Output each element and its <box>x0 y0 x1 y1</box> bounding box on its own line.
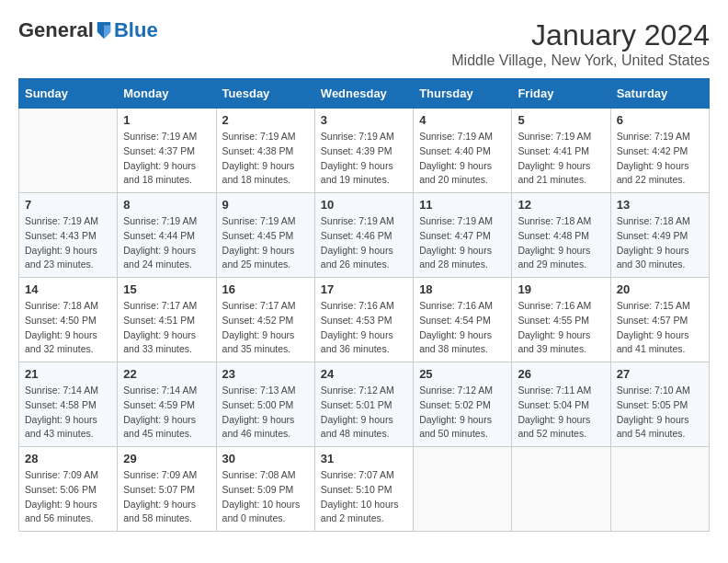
day-info: Sunrise: 7:14 AM Sunset: 4:59 PM Dayligh… <box>123 384 210 442</box>
day-number: 17 <box>321 282 407 296</box>
calendar-title: January 2024 <box>451 18 710 52</box>
day-info: Sunrise: 7:15 AM Sunset: 4:57 PM Dayligh… <box>617 299 703 357</box>
day-number: 19 <box>518 282 604 296</box>
calendar-table: SundayMondayTuesdayWednesdayThursdayFrid… <box>18 78 710 532</box>
day-number: 6 <box>617 113 703 127</box>
calendar-subtitle: Middle Village, New York, United States <box>451 52 710 69</box>
day-number: 8 <box>123 198 210 212</box>
day-number: 27 <box>617 367 703 381</box>
calendar-day-cell <box>19 109 118 193</box>
calendar-day-cell: 23Sunrise: 7:13 AM Sunset: 5:00 PM Dayli… <box>216 362 314 447</box>
day-info: Sunrise: 7:17 AM Sunset: 4:51 PM Dayligh… <box>123 299 210 357</box>
calendar-week-row: 7Sunrise: 7:19 AM Sunset: 4:43 PM Daylig… <box>19 193 710 278</box>
calendar-day-cell: 27Sunrise: 7:10 AM Sunset: 5:05 PM Dayli… <box>610 362 709 447</box>
calendar-day-cell: 5Sunrise: 7:19 AM Sunset: 4:41 PM Daylig… <box>512 109 610 193</box>
title-section: January 2024 Middle Village, New York, U… <box>451 18 710 69</box>
day-number: 12 <box>518 198 604 212</box>
day-info: Sunrise: 7:08 AM Sunset: 5:09 PM Dayligh… <box>222 468 309 526</box>
calendar-day-cell: 9Sunrise: 7:19 AM Sunset: 4:45 PM Daylig… <box>216 193 314 278</box>
day-number: 26 <box>518 367 604 381</box>
day-number: 11 <box>419 198 506 212</box>
day-info: Sunrise: 7:19 AM Sunset: 4:38 PM Dayligh… <box>222 130 309 188</box>
calendar-day-cell: 22Sunrise: 7:14 AM Sunset: 4:59 PM Dayli… <box>118 362 216 447</box>
calendar-day-cell: 12Sunrise: 7:18 AM Sunset: 4:48 PM Dayli… <box>512 193 610 278</box>
day-number: 16 <box>222 282 309 296</box>
calendar-day-cell: 26Sunrise: 7:11 AM Sunset: 5:04 PM Dayli… <box>512 362 610 447</box>
calendar-day-cell: 29Sunrise: 7:09 AM Sunset: 5:07 PM Dayli… <box>118 447 216 532</box>
day-of-week-header: Saturday <box>610 79 709 109</box>
day-info: Sunrise: 7:19 AM Sunset: 4:44 PM Dayligh… <box>123 214 210 272</box>
day-number: 24 <box>321 367 407 381</box>
calendar-day-cell <box>414 447 512 532</box>
logo-icon <box>96 20 112 40</box>
day-number: 30 <box>222 452 309 465</box>
logo-general-text: General <box>18 18 94 42</box>
calendar-day-cell: 15Sunrise: 7:17 AM Sunset: 4:51 PM Dayli… <box>118 278 216 362</box>
day-info: Sunrise: 7:16 AM Sunset: 4:55 PM Dayligh… <box>518 299 604 357</box>
day-of-week-header: Monday <box>118 79 216 109</box>
day-number: 22 <box>123 367 210 381</box>
calendar-day-cell: 18Sunrise: 7:16 AM Sunset: 4:54 PM Dayli… <box>414 278 512 362</box>
calendar-day-cell: 28Sunrise: 7:09 AM Sunset: 5:06 PM Dayli… <box>19 447 118 532</box>
calendar-week-row: 1Sunrise: 7:19 AM Sunset: 4:37 PM Daylig… <box>19 109 710 193</box>
day-number: 20 <box>617 282 703 296</box>
day-info: Sunrise: 7:19 AM Sunset: 4:42 PM Dayligh… <box>617 130 703 188</box>
calendar-day-cell: 3Sunrise: 7:19 AM Sunset: 4:39 PM Daylig… <box>314 109 413 193</box>
logo: General Blue <box>18 18 158 42</box>
day-number: 10 <box>321 198 407 212</box>
day-info: Sunrise: 7:14 AM Sunset: 4:58 PM Dayligh… <box>25 384 111 442</box>
day-info: Sunrise: 7:16 AM Sunset: 4:53 PM Dayligh… <box>321 299 407 357</box>
day-info: Sunrise: 7:19 AM Sunset: 4:39 PM Dayligh… <box>321 130 407 188</box>
day-of-week-header: Thursday <box>414 79 512 109</box>
calendar-day-cell <box>512 447 610 532</box>
calendar-day-cell: 20Sunrise: 7:15 AM Sunset: 4:57 PM Dayli… <box>610 278 709 362</box>
calendar-day-cell: 19Sunrise: 7:16 AM Sunset: 4:55 PM Dayli… <box>512 278 610 362</box>
calendar-day-cell: 17Sunrise: 7:16 AM Sunset: 4:53 PM Dayli… <box>314 278 413 362</box>
calendar-header-row: SundayMondayTuesdayWednesdayThursdayFrid… <box>19 79 710 109</box>
day-number: 13 <box>617 198 703 212</box>
day-info: Sunrise: 7:17 AM Sunset: 4:52 PM Dayligh… <box>222 299 309 357</box>
calendar-day-cell: 10Sunrise: 7:19 AM Sunset: 4:46 PM Dayli… <box>314 193 413 278</box>
day-number: 4 <box>419 113 506 127</box>
day-number: 14 <box>25 282 111 296</box>
calendar-day-cell: 7Sunrise: 7:19 AM Sunset: 4:43 PM Daylig… <box>19 193 118 278</box>
calendar-day-cell: 4Sunrise: 7:19 AM Sunset: 4:40 PM Daylig… <box>414 109 512 193</box>
day-info: Sunrise: 7:09 AM Sunset: 5:07 PM Dayligh… <box>123 468 210 526</box>
day-info: Sunrise: 7:19 AM Sunset: 4:46 PM Dayligh… <box>321 214 407 272</box>
day-info: Sunrise: 7:12 AM Sunset: 5:01 PM Dayligh… <box>321 384 407 442</box>
day-number: 31 <box>321 452 407 465</box>
day-info: Sunrise: 7:19 AM Sunset: 4:45 PM Dayligh… <box>222 214 309 272</box>
calendar-day-cell: 2Sunrise: 7:19 AM Sunset: 4:38 PM Daylig… <box>216 109 314 193</box>
day-of-week-header: Sunday <box>19 79 118 109</box>
calendar-day-cell: 1Sunrise: 7:19 AM Sunset: 4:37 PM Daylig… <box>118 109 216 193</box>
day-number: 28 <box>25 452 111 465</box>
calendar-week-row: 21Sunrise: 7:14 AM Sunset: 4:58 PM Dayli… <box>19 362 710 447</box>
day-number: 1 <box>123 113 210 127</box>
day-info: Sunrise: 7:19 AM Sunset: 4:37 PM Dayligh… <box>123 130 210 188</box>
calendar-day-cell: 16Sunrise: 7:17 AM Sunset: 4:52 PM Dayli… <box>216 278 314 362</box>
day-number: 15 <box>123 282 210 296</box>
calendar-day-cell: 8Sunrise: 7:19 AM Sunset: 4:44 PM Daylig… <box>118 193 216 278</box>
day-number: 2 <box>222 113 309 127</box>
day-number: 3 <box>321 113 407 127</box>
day-of-week-header: Tuesday <box>216 79 314 109</box>
day-number: 7 <box>25 198 111 212</box>
calendar-day-cell: 24Sunrise: 7:12 AM Sunset: 5:01 PM Dayli… <box>314 362 413 447</box>
day-info: Sunrise: 7:19 AM Sunset: 4:40 PM Dayligh… <box>419 130 506 188</box>
day-number: 5 <box>518 113 604 127</box>
day-info: Sunrise: 7:13 AM Sunset: 5:00 PM Dayligh… <box>222 384 309 442</box>
day-number: 23 <box>222 367 309 381</box>
calendar-week-row: 28Sunrise: 7:09 AM Sunset: 5:06 PM Dayli… <box>19 447 710 532</box>
page-header: General Blue January 2024 Middle Village… <box>18 18 710 69</box>
calendar-day-cell: 13Sunrise: 7:18 AM Sunset: 4:49 PM Dayli… <box>610 193 709 278</box>
day-info: Sunrise: 7:19 AM Sunset: 4:41 PM Dayligh… <box>518 130 604 188</box>
logo-blue-text: Blue <box>114 18 158 42</box>
day-info: Sunrise: 7:18 AM Sunset: 4:49 PM Dayligh… <box>617 214 703 272</box>
day-number: 29 <box>123 452 210 465</box>
calendar-day-cell: 31Sunrise: 7:07 AM Sunset: 5:10 PM Dayli… <box>314 447 413 532</box>
calendar-day-cell: 14Sunrise: 7:18 AM Sunset: 4:50 PM Dayli… <box>19 278 118 362</box>
calendar-day-cell: 6Sunrise: 7:19 AM Sunset: 4:42 PM Daylig… <box>610 109 709 193</box>
svg-marker-1 <box>104 26 110 39</box>
day-info: Sunrise: 7:16 AM Sunset: 4:54 PM Dayligh… <box>419 299 506 357</box>
day-info: Sunrise: 7:18 AM Sunset: 4:48 PM Dayligh… <box>518 214 604 272</box>
